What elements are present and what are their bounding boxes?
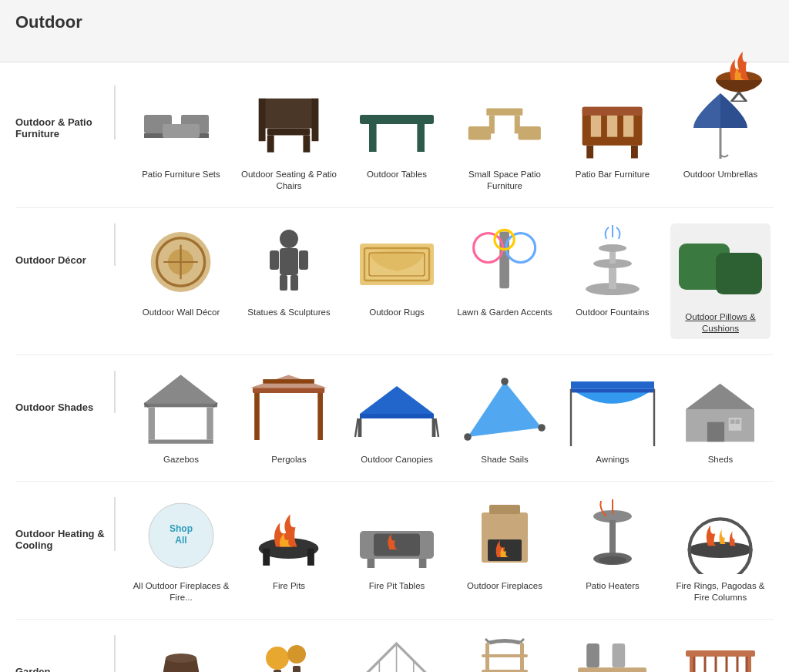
- nav-col-3: [324, 40, 447, 46]
- item-outdoor-shades-0[interactable]: Gazebos: [131, 371, 231, 465]
- item-label-patio-furniture-3: Small Space Patio Furniture: [455, 169, 555, 192]
- item-garden-1[interactable]: Garden Décor: [239, 635, 339, 672]
- category-row-patio-furniture: Outdoor & Patio Furniture Patio Furnitur…: [15, 70, 774, 208]
- item-label-outdoor-shades-2: Outdoor Canopies: [361, 454, 432, 465]
- item-image-garden-0: [135, 635, 227, 672]
- item-outdoor-decor-1[interactable]: Statues & Sculptures: [239, 223, 339, 339]
- svg-rect-94: [374, 533, 420, 556]
- item-outdoor-shades-5[interactable]: Sheds: [670, 371, 771, 465]
- item-patio-furniture-4[interactable]: Patio Bar Furniture: [562, 86, 663, 192]
- category-row-garden: Garden Planters Garden Décor Greenhouses…: [15, 620, 774, 672]
- item-garden-5[interactable]: Arbors: [670, 635, 771, 672]
- item-garden-4[interactable]: Potting Tables: [562, 635, 663, 672]
- svg-point-34: [280, 230, 298, 248]
- item-image-outdoor-shades-4: [566, 371, 659, 448]
- item-image-outdoor-shades-0: [135, 371, 227, 448]
- item-patio-furniture-5[interactable]: Outdoor Umbrellas: [670, 86, 771, 192]
- svg-rect-14: [312, 99, 319, 142]
- category-row-heating-cooling: Outdoor Heating & Cooling Shop All All O…: [15, 482, 774, 620]
- item-patio-furniture-0[interactable]: Patio Furniture Sets: [131, 86, 231, 192]
- item-label-outdoor-shades-1: Pergolas: [271, 454, 306, 465]
- svg-point-103: [599, 556, 626, 564]
- item-heating-cooling-5[interactable]: Fire Rings, Pagodas & Fire Columns: [670, 497, 771, 603]
- svg-rect-83: [707, 422, 724, 442]
- category-label-heating-cooling: Outdoor Heating & Cooling: [15, 497, 116, 551]
- item-outdoor-decor-2[interactable]: Outdoor Rugs: [347, 223, 447, 339]
- item-label-outdoor-shades-4: Awnings: [596, 454, 629, 465]
- items-grid-patio-furniture: Patio Furniture Sets Outdoor Seating & P…: [131, 86, 774, 192]
- category-row-outdoor-decor: Outdoor Décor Outdoor Wall Décor Statues…: [15, 208, 774, 355]
- item-image-garden-3: [458, 635, 551, 672]
- item-label-heating-cooling-0: All Outdoor Fireplaces & Fire...: [131, 580, 231, 603]
- item-image-heating-cooling-5: [674, 497, 767, 574]
- item-patio-furniture-2[interactable]: Outdoor Tables: [347, 86, 447, 192]
- svg-rect-85: [730, 419, 735, 424]
- svg-point-75: [538, 424, 546, 432]
- svg-line-72: [435, 418, 438, 437]
- svg-rect-35: [280, 248, 298, 275]
- item-outdoor-decor-3[interactable]: Lawn & Garden Accents: [455, 223, 555, 339]
- item-outdoor-shades-3[interactable]: Shade Sails: [455, 371, 555, 465]
- item-image-outdoor-shades-5: [674, 371, 767, 448]
- item-outdoor-shades-2[interactable]: Outdoor Canopies: [347, 371, 447, 465]
- item-patio-furniture-3[interactable]: Small Space Patio Furniture: [455, 86, 555, 192]
- page-title: Outdoor: [15, 12, 774, 32]
- item-image-heating-cooling-2: [351, 497, 443, 574]
- item-label-heating-cooling-5: Fire Rings, Pagodas & Fire Columns: [670, 580, 771, 603]
- category-label-patio-furniture: Outdoor & Patio Furniture: [15, 86, 116, 139]
- item-image-patio-furniture-2: [351, 86, 443, 163]
- svg-point-108: [287, 645, 306, 664]
- item-image-outdoor-decor-4: [566, 223, 659, 301]
- item-garden-0[interactable]: Planters: [131, 635, 231, 672]
- item-outdoor-decor-4[interactable]: Outdoor Fountains: [562, 223, 663, 339]
- svg-rect-53: [716, 253, 762, 294]
- item-heating-cooling-0[interactable]: Shop All All Outdoor Fireplaces & Fire..…: [131, 497, 231, 603]
- svg-rect-78: [571, 388, 654, 392]
- item-label-outdoor-shades-0: Gazebos: [163, 454, 199, 465]
- svg-rect-36: [270, 250, 279, 270]
- svg-rect-13: [259, 99, 266, 142]
- svg-rect-68: [360, 414, 434, 418]
- svg-rect-63: [255, 393, 260, 440]
- item-outdoor-shades-1[interactable]: Pergolas: [239, 371, 339, 465]
- svg-point-74: [464, 433, 472, 441]
- svg-rect-128: [587, 643, 600, 667]
- svg-rect-129: [613, 643, 626, 667]
- svg-rect-9: [264, 99, 315, 129]
- item-heating-cooling-2[interactable]: Fire Pit Tables: [347, 497, 447, 603]
- svg-rect-25: [587, 146, 594, 159]
- item-label-outdoor-shades-3: Shade Sails: [481, 454, 528, 465]
- svg-rect-86: [736, 419, 740, 424]
- item-outdoor-decor-0[interactable]: Outdoor Wall Décor: [131, 223, 231, 339]
- svg-rect-120: [482, 654, 528, 657]
- item-patio-furniture-1[interactable]: Outdoor Seating & Patio Chairs: [239, 86, 339, 192]
- svg-rect-15: [360, 115, 434, 124]
- item-garden-2[interactable]: Greenhouses: [347, 635, 447, 672]
- item-garden-3[interactable]: Trellises: [455, 635, 555, 672]
- item-image-heating-cooling-1: [243, 497, 335, 574]
- svg-rect-12: [304, 135, 311, 152]
- item-label-patio-furniture-0: Patio Furniture Sets: [142, 169, 220, 180]
- item-outdoor-decor-5[interactable]: Outdoor Pillows & Cushions: [670, 223, 771, 339]
- top-navigation: Outdoor: [0, 0, 789, 62]
- svg-rect-27: [591, 116, 601, 137]
- item-image-garden-1: [243, 635, 335, 672]
- svg-rect-123: [579, 667, 647, 672]
- svg-rect-119: [520, 643, 524, 672]
- svg-point-51: [599, 244, 626, 252]
- item-label-outdoor-shades-5: Sheds: [708, 454, 734, 465]
- svg-marker-54: [145, 375, 218, 403]
- svg-rect-11: [267, 135, 274, 152]
- item-outdoor-shades-4[interactable]: Awnings: [562, 371, 663, 465]
- item-image-outdoor-shades-1: [243, 371, 335, 448]
- item-heating-cooling-3[interactable]: Outdoor Fireplaces: [455, 497, 555, 603]
- svg-rect-10: [267, 129, 311, 136]
- svg-rect-110: [293, 666, 300, 672]
- item-heating-cooling-1[interactable]: Fire Pits: [239, 497, 339, 603]
- item-heating-cooling-4[interactable]: Patio Heaters: [562, 497, 663, 603]
- item-image-garden-5: [674, 635, 767, 672]
- item-label-patio-furniture-2: Outdoor Tables: [367, 169, 427, 180]
- svg-rect-77: [571, 381, 654, 389]
- item-image-heating-cooling-3: [458, 497, 551, 574]
- item-image-outdoor-decor-0: [135, 223, 227, 301]
